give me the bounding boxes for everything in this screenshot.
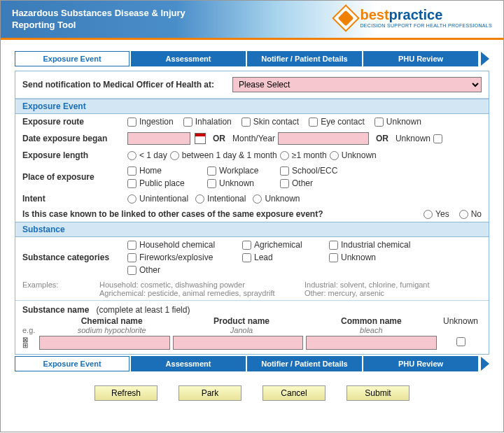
row-handle-icon[interactable]: ⊠⊞ [22, 337, 36, 348]
or-text-2: OR [376, 134, 388, 143]
linked-row: Is this case known to be linked to other… [15, 206, 489, 222]
substance-cat-label: Substance categories [22, 253, 127, 262]
tabs-top: Exposure Event Assessment Notifier / Pat… [15, 51, 489, 66]
route-ingestion[interactable]: Ingestion [127, 117, 174, 127]
substance-name-row: Substance name (complete at least 1 fiel… [15, 300, 489, 316]
route-unknown[interactable]: Unknown [374, 117, 421, 127]
substance-cat-row: Substance categories Household chemical … [15, 237, 489, 278]
linked-question: Is this case known to be linked to other… [22, 209, 323, 219]
action-bar: Refresh Park Cancel Submit [15, 371, 489, 418]
date-unknown-checkbox[interactable] [433, 134, 442, 143]
month-year-label: Month/Year [232, 134, 275, 143]
or-text-1: OR [213, 134, 225, 143]
notify-label: Send notification to Medical Officer of … [22, 80, 232, 90]
intent-intentional[interactable]: Intentional [195, 194, 246, 204]
common-name-input[interactable] [306, 336, 437, 350]
section-substance-header: Substance [15, 222, 489, 237]
linked-no[interactable]: No [459, 209, 482, 219]
col-unknown: Unknown [440, 316, 482, 326]
substance-name-hint: (complete at least 1 field) [96, 305, 190, 315]
app-title: Hazardous Substances Disease & Injury Re… [12, 8, 194, 31]
examples-label: Examples: [22, 281, 71, 297]
header: Hazardous Substances Disease & Injury Re… [1, 1, 503, 40]
exposure-length-row: Exposure length < 1 day between 1 day & … [15, 148, 489, 163]
tabs-bottom: Exposure Event Assessment Notifier / Pat… [15, 356, 489, 371]
tab-assessment[interactable]: Assessment [131, 51, 246, 66]
tab-bottom-exposure[interactable]: Exposure Event [15, 356, 130, 371]
exposure-length-label: Exposure length [22, 150, 127, 160]
tab-exposure-event[interactable]: Exposure Event [15, 51, 130, 66]
notify-row: Send notification to Medical Officer of … [15, 71, 489, 99]
month-year-input[interactable] [278, 132, 369, 145]
route-inhalation[interactable]: Inhalation [183, 117, 232, 127]
tab-notifier-patient[interactable]: Notifier / Patient Details [247, 51, 362, 66]
eg-chemical: sodium hypochlorite [50, 326, 173, 334]
refresh-button[interactable]: Refresh [94, 385, 158, 401]
calendar-icon[interactable] [195, 133, 206, 144]
chemical-name-input[interactable] [39, 336, 170, 350]
tab-phu-review[interactable]: PHU Review [363, 51, 478, 66]
examples-col-1: Household: cosmetic, dishwashing powder … [99, 281, 276, 297]
cat-unknown[interactable]: Unknown [329, 253, 434, 262]
section-exposure-header: Exposure Event [15, 99, 489, 114]
date-exposure-input[interactable] [127, 132, 190, 145]
examples-col-2: Industrial: solvent, chlorine, fumigant … [304, 281, 482, 297]
length-between[interactable]: between 1 day & 1 month [170, 150, 277, 160]
exposure-route-label: Exposure route [22, 117, 127, 127]
eg-product: Janola [180, 326, 302, 334]
intent-unknown[interactable]: Unknown [253, 194, 300, 204]
length-unknown[interactable]: Unknown [330, 150, 377, 160]
park-button[interactable]: Park [178, 385, 241, 401]
place-label: Place of exposure [22, 172, 127, 182]
length-ge1[interactable]: ≥1 month [280, 150, 327, 160]
place-unknown[interactable]: Unknown [207, 178, 277, 188]
place-public[interactable]: Public place [127, 178, 204, 188]
logo-tagline: DECISION SUPPORT FOR HEALTH PROFESSIONAL… [360, 23, 492, 28]
cancel-button[interactable]: Cancel [262, 385, 326, 401]
app-frame: Hazardous Substances Disease & Injury Re… [0, 0, 504, 432]
cat-other[interactable]: Other [127, 265, 239, 275]
cat-agrichemical[interactable]: Agrichemical [242, 240, 326, 250]
cat-lead[interactable]: Lead [242, 253, 326, 262]
logo: bestpractice DECISION SUPPORT FOR HEALTH… [336, 8, 492, 28]
substance-inputs-row: ⊠⊞ [15, 334, 489, 354]
intent-label: Intent [22, 194, 127, 204]
tabs-next-icon[interactable] [481, 52, 489, 66]
substance-name-label: Substance name [22, 305, 89, 315]
product-name-input[interactable] [173, 336, 304, 350]
place-home[interactable]: Home [127, 166, 204, 176]
place-school[interactable]: School/ECC [280, 166, 357, 176]
place-workplace[interactable]: Workplace [207, 166, 277, 176]
tab-bottom-notifier[interactable]: Notifier / Patient Details [247, 356, 362, 371]
col-common: Common name [310, 316, 433, 326]
substance-columns: Chemical name Product name Common name U… [15, 316, 489, 326]
logo-wordmark: bestpractice [360, 8, 492, 22]
route-eye[interactable]: Eye contact [309, 117, 365, 127]
intent-unintentional[interactable]: Unintentional [127, 194, 188, 204]
route-skin[interactable]: Skin contact [241, 117, 299, 127]
date-unknown-label: Unknown [396, 134, 430, 143]
submit-button[interactable]: Submit [346, 385, 410, 401]
date-exposure-label: Date exposure began [22, 134, 127, 143]
eg-common: bleach [310, 326, 433, 334]
tab-bottom-phu[interactable]: PHU Review [363, 356, 478, 371]
cat-fireworks[interactable]: Fireworks/explosive [127, 253, 239, 262]
length-lt1[interactable]: < 1 day [127, 150, 167, 160]
notify-select[interactable]: Please Select [232, 77, 482, 92]
place-row: Place of exposure Home Workplace School/… [15, 163, 489, 191]
form-panel: Send notification to Medical Officer of … [15, 71, 489, 355]
substance-unknown-checkbox[interactable] [456, 337, 465, 346]
cat-industrial[interactable]: Industrial chemical [329, 240, 434, 250]
eg-label: e.g. [22, 326, 43, 334]
tabs-bottom-next-icon[interactable] [481, 357, 489, 371]
linked-yes[interactable]: Yes [424, 209, 449, 219]
exposure-route-row: Exposure route Ingestion Inhalation Skin… [15, 114, 489, 129]
examples-row: Examples: Household: cosmetic, dishwashi… [15, 278, 489, 300]
intent-row: Intent Unintentional Intentional Unknown [15, 191, 489, 206]
cat-household[interactable]: Household chemical [127, 240, 239, 250]
col-product: Product name [180, 316, 302, 326]
tab-bottom-assessment[interactable]: Assessment [131, 356, 246, 371]
col-chemical: Chemical name [50, 316, 173, 326]
place-other[interactable]: Other [280, 178, 357, 188]
content: Exposure Event Assessment Notifier / Pat… [1, 40, 503, 432]
